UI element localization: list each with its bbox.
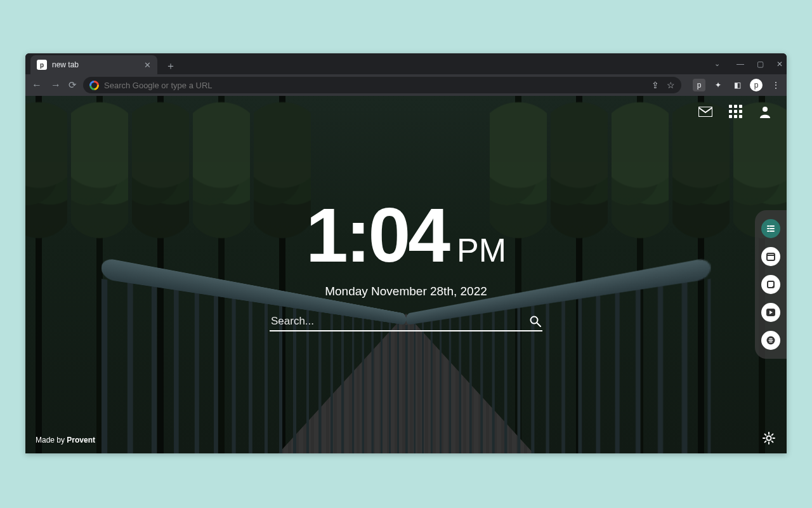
svg-line-16 (765, 441, 766, 443)
svg-rect-4 (767, 253, 775, 260)
share-icon[interactable]: ⇪ (652, 80, 659, 90)
window-close-icon[interactable]: ✕ (776, 60, 783, 69)
footer-prefix: Made by (36, 436, 67, 444)
reload-button[interactable]: ⟳ (69, 79, 77, 91)
tasks-icon[interactable] (761, 219, 780, 238)
extension-provent-icon[interactable]: p (693, 79, 705, 91)
apps-grid-icon[interactable] (729, 105, 742, 118)
svg-line-15 (772, 441, 773, 443)
footer-credit: Made by Provent (36, 436, 95, 444)
tab-search-chevron-icon[interactable]: ⌄ (714, 60, 720, 68)
browser-window: p new tab ✕ ＋ ⌄ ― ▢ ✕ ← → ⟳ ⇪ ☆ p ✦ ◧ p (25, 53, 787, 453)
sidepanel-icon[interactable]: ◧ (731, 79, 743, 91)
center-widget: 1:04 PM Monday November 28th, 2022 (270, 197, 542, 331)
profile-icon[interactable] (759, 105, 771, 118)
google-icon (89, 81, 99, 90)
tab-new-tab[interactable]: p new tab ✕ (30, 55, 157, 74)
browser-menu-icon[interactable]: ⋮ (769, 79, 782, 91)
music-icon[interactable] (761, 331, 780, 350)
new-tab-page: 1:04 PM Monday November 28th, 2022 (25, 96, 787, 453)
browser-toolbar: ← → ⟳ ⇪ ☆ p ✦ ◧ p ⋮ (25, 74, 787, 96)
window-minimize-icon[interactable]: ― (737, 60, 744, 69)
video-icon[interactable] (761, 303, 780, 322)
page-top-right-icons (698, 105, 771, 118)
extensions-puzzle-icon[interactable]: ✦ (712, 79, 724, 91)
mail-icon[interactable] (698, 107, 712, 117)
calendar-icon[interactable] (761, 247, 780, 266)
svg-point-9 (767, 436, 771, 441)
tab-strip: p new tab ✕ ＋ ⌄ ― ▢ ✕ (25, 53, 787, 74)
svg-line-14 (765, 434, 766, 436)
extension-icons: p ✦ ◧ p ⋮ (693, 79, 782, 91)
address-input[interactable] (104, 81, 646, 90)
svg-line-3 (537, 323, 541, 326)
side-dock (755, 210, 787, 359)
address-bar[interactable]: ⇪ ☆ (83, 77, 681, 93)
page-search-bar[interactable] (270, 312, 542, 331)
window-maximize-icon[interactable]: ▢ (757, 60, 764, 69)
bookmark-star-icon[interactable]: ☆ (667, 80, 675, 90)
forward-button[interactable]: → (49, 79, 62, 91)
clock: 1:04 PM (270, 197, 542, 273)
back-button[interactable]: ← (30, 79, 43, 91)
notes-icon[interactable] (761, 275, 780, 294)
clock-ampm: PM (457, 231, 506, 269)
profile-extension-icon[interactable]: p (750, 79, 763, 91)
tab-title: new tab (52, 60, 79, 69)
settings-gear-icon[interactable] (763, 432, 775, 444)
tab-close-icon[interactable]: ✕ (144, 60, 151, 70)
footer-brand: Provent (67, 436, 95, 444)
svg-line-17 (772, 434, 773, 436)
new-tab-button[interactable]: ＋ (162, 58, 179, 74)
window-controls: ⌄ ― ▢ ✕ (714, 53, 783, 74)
date-text: Monday November 28th, 2022 (270, 284, 542, 298)
search-icon[interactable] (530, 316, 541, 327)
tab-favicon: p (37, 60, 47, 70)
svg-point-1 (763, 107, 768, 112)
page-search-input[interactable] (271, 315, 522, 328)
clock-time: 1:04 (306, 197, 448, 273)
